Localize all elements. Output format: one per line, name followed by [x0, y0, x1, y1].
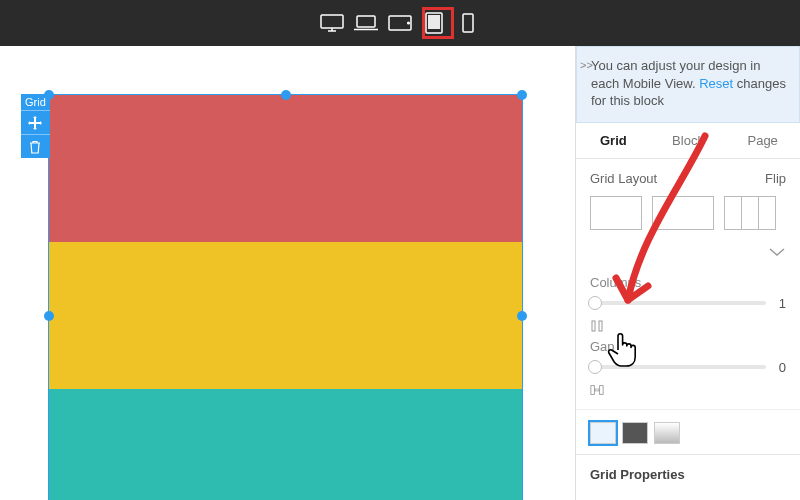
gap-width-icon	[590, 383, 604, 397]
tab-grid[interactable]: Grid	[576, 123, 651, 158]
svg-rect-11	[599, 321, 602, 331]
grid-layout-heading: Grid Layout	[590, 171, 657, 186]
selection-tag: Grid	[21, 94, 50, 158]
chevron-down-icon	[768, 246, 786, 258]
grid-row-3[interactable]	[49, 389, 522, 500]
resize-handle-e[interactable]	[517, 311, 527, 321]
grid-row-1[interactable]	[49, 95, 522, 242]
resize-handle-n[interactable]	[281, 90, 291, 100]
svg-rect-9	[463, 14, 473, 32]
svg-rect-13	[600, 385, 604, 394]
gap-control: Gap 0	[576, 335, 800, 375]
grid-layout-section: Grid Layout Flip	[576, 159, 800, 246]
grid-properties-heading: Grid Properties	[576, 454, 800, 494]
resize-handle-nw[interactable]	[44, 90, 54, 100]
workspace: Grid >> You can adjust your design in ea…	[0, 46, 800, 500]
columns-narrow-icon	[590, 319, 604, 333]
canvas[interactable]: Grid	[0, 46, 575, 500]
device-tablet-portrait-icon[interactable]	[421, 13, 447, 33]
grid-row-2[interactable]	[49, 242, 522, 389]
move-icon	[28, 116, 42, 130]
info-chevron-icon: >>	[580, 58, 593, 73]
layout-expand-toggle[interactable]	[576, 246, 800, 271]
reset-link[interactable]: Reset	[699, 76, 733, 91]
columns-value: 1	[772, 296, 786, 311]
device-tablet-landscape-icon[interactable]	[387, 13, 413, 33]
layout-preset-2col[interactable]	[652, 196, 714, 230]
gap-slider-knob[interactable]	[588, 360, 602, 374]
layout-preset-1col[interactable]	[590, 196, 642, 230]
layout-preset-3col[interactable]	[724, 196, 776, 230]
svg-rect-10	[592, 321, 595, 331]
device-toolbar	[0, 0, 800, 46]
device-phone-icon[interactable]	[455, 13, 481, 33]
columns-control: Columns 1	[576, 271, 800, 311]
svg-point-6	[408, 22, 410, 24]
svg-rect-3	[357, 16, 375, 27]
svg-rect-8	[428, 15, 440, 29]
svg-rect-0	[321, 15, 343, 28]
style-swatch-outline[interactable]	[590, 422, 616, 444]
gap-mini-icons	[576, 375, 800, 399]
flip-button[interactable]: Flip	[765, 171, 786, 186]
grid-selection-box[interactable]: Grid	[48, 94, 523, 500]
columns-slider[interactable]	[590, 301, 766, 305]
style-swatch-gradient[interactable]	[654, 422, 680, 444]
columns-slider-knob[interactable]	[588, 296, 602, 310]
info-banner: >> You can adjust your design in each Mo…	[576, 46, 800, 123]
device-laptop-icon[interactable]	[353, 13, 379, 33]
style-swatch-dark[interactable]	[622, 422, 648, 444]
columns-label: Columns	[590, 275, 786, 290]
grid-content	[49, 95, 522, 500]
trash-icon	[29, 140, 41, 154]
tab-page[interactable]: Page	[725, 123, 800, 158]
resize-handle-ne[interactable]	[517, 90, 527, 100]
gap-slider[interactable]	[590, 365, 766, 369]
columns-mini-icons	[576, 311, 800, 335]
gap-value: 0	[772, 360, 786, 375]
layout-presets	[590, 196, 786, 230]
properties-panel: >> You can adjust your design in each Mo…	[575, 46, 800, 500]
device-desktop-icon[interactable]	[319, 13, 345, 33]
resize-handle-w[interactable]	[44, 311, 54, 321]
gap-label: Gap	[590, 339, 786, 354]
delete-button[interactable]	[21, 134, 50, 158]
tab-block[interactable]: Block	[651, 123, 726, 158]
style-swatches	[576, 409, 800, 454]
svg-rect-12	[591, 385, 595, 394]
panel-tabs: Grid Block Page	[576, 123, 800, 159]
move-button[interactable]	[21, 110, 50, 134]
